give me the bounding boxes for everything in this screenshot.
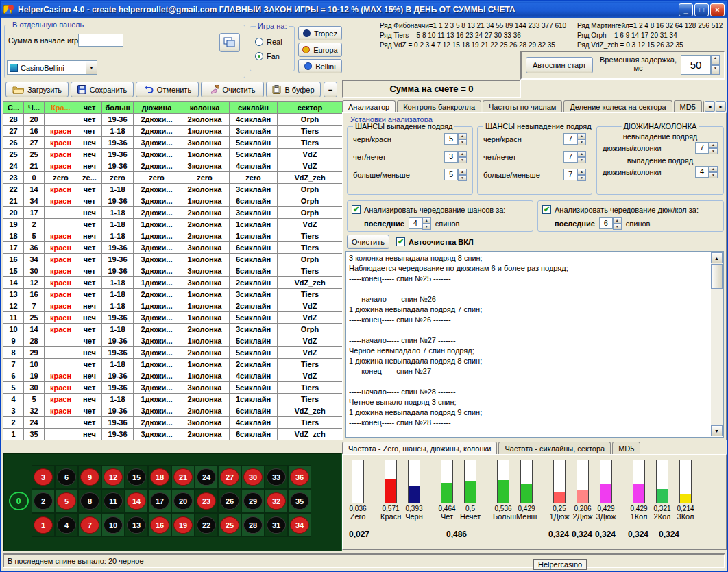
- board-number-4[interactable]: 4: [55, 513, 78, 537]
- table-row[interactable]: 1736краснчет19-363дюжи...3колонка6сиклай…: [3, 242, 343, 254]
- autoclean-checkbox[interactable]: ✔ Автоочистка ВКЛ: [396, 237, 474, 246]
- board-number-23[interactable]: 23: [195, 489, 218, 513]
- tab-more[interactable]: Ко: [703, 100, 704, 113]
- stepper-value[interactable]: 4: [409, 217, 422, 229]
- spin-down-icon[interactable]: ▼: [458, 139, 467, 145]
- stepper-value[interactable]: 5: [444, 133, 458, 145]
- casino-combo[interactable]: CasinoBellini ▼: [7, 60, 97, 75]
- tab-number-frequencies[interactable]: Частоты по числам: [483, 100, 562, 113]
- table-row[interactable]: 2716краснчет1-182дюжи...1колонка3сиклайн…: [3, 126, 343, 137]
- radio-real[interactable]: Real: [255, 38, 294, 46]
- board-number-18[interactable]: 18: [148, 465, 171, 489]
- table-row[interactable]: 224чернчет19-362дюжи...3колонка4сиклайнT…: [3, 417, 343, 429]
- board-number-29[interactable]: 29: [241, 489, 265, 513]
- autospin-start-button[interactable]: Автоспин старт: [526, 57, 593, 73]
- spin-up-icon[interactable]: ▲: [709, 142, 718, 148]
- toolbar-load-button[interactable]: Загрузить: [5, 82, 69, 97]
- board-number-0[interactable]: 0: [7, 489, 30, 513]
- spin-down-icon[interactable]: ▼: [458, 157, 467, 163]
- board-number-9[interactable]: 9: [78, 465, 101, 489]
- black-red-miss-stepper[interactable]: 7▲▼: [563, 133, 586, 145]
- delay-spinner[interactable]: ▲▼: [711, 55, 720, 75]
- spin-down-icon[interactable]: ▼: [577, 139, 586, 145]
- table-row[interactable]: 928чернчет19-363дюжи...1колонка5сиклайнV…: [3, 335, 343, 347]
- spin-up-icon[interactable]: ▲: [458, 133, 467, 139]
- close-button[interactable]: ×: [710, 3, 725, 16]
- high-low-streak-stepper[interactable]: 5▲▼: [444, 169, 467, 180]
- tab-freq-sectors[interactable]: Частота - сиклайны, сектора: [498, 442, 611, 455]
- stepper-value[interactable]: 5: [444, 169, 458, 180]
- tab-analyzer[interactable]: Анализатор: [342, 100, 396, 113]
- spin-down-icon[interactable]: ▼: [709, 148, 718, 154]
- detach-panel-button[interactable]: [219, 33, 240, 52]
- spin-down-icon[interactable]: ▼: [711, 65, 720, 75]
- table-row[interactable]: 1125красннеч19-363дюжи...1колонка5сиклай…: [3, 312, 343, 324]
- tab-bankroll-control[interactable]: Контроль банкролла: [397, 100, 481, 113]
- spin-up-icon[interactable]: ▲: [577, 133, 586, 139]
- table-row[interactable]: 2214краснчет1-182дюжи...2колонка3сиклайн…: [3, 184, 343, 195]
- spin-up-icon[interactable]: ▲: [577, 151, 586, 157]
- table-row[interactable]: 2017черннеч1-182дюжи...2колонка3сиклайнO…: [3, 207, 343, 219]
- dozen-alternation-stepper[interactable]: 6▲▼: [599, 217, 622, 229]
- board-number-7[interactable]: 7: [78, 513, 101, 537]
- table-row[interactable]: 530краснчет19-363дюжи...3колонка5сиклайн…: [3, 382, 343, 394]
- board-number-1[interactable]: 1: [32, 513, 55, 537]
- board-number-26[interactable]: 26: [218, 489, 241, 513]
- stepper-value[interactable]: 7: [563, 133, 577, 145]
- spin-down-icon[interactable]: ▼: [422, 224, 431, 230]
- stepper-value[interactable]: 4: [695, 166, 709, 178]
- spin-down-icon[interactable]: ▼: [458, 175, 467, 181]
- table-row[interactable]: 332краснчет19-363дюжи...2колонка6сиклайн…: [3, 405, 343, 417]
- analysis-log[interactable]: 3 колонка невыпадала подряд 8 спин; Набл…: [345, 251, 724, 438]
- board-number-11[interactable]: 11: [101, 489, 125, 513]
- stepper-value[interactable]: 7: [563, 169, 577, 180]
- dozen-streak-stepper[interactable]: 4▲▼: [695, 166, 718, 178]
- even-odd-streak-stepper[interactable]: 3▲▼: [444, 151, 467, 163]
- tab-freq-main[interactable]: Частота - Zero, шансы, дюжины, колонки: [342, 442, 497, 455]
- tab-md5[interactable]: MD5: [674, 100, 702, 113]
- board-number-33[interactable]: 33: [265, 465, 288, 489]
- toolbar-buffer-button[interactable]: В буфер: [266, 82, 321, 97]
- spin-up-icon[interactable]: ▲: [422, 217, 431, 224]
- board-number-6[interactable]: 6: [55, 465, 78, 489]
- casino-button-europa[interactable]: Europa: [298, 43, 342, 57]
- board-number-13[interactable]: 13: [125, 513, 148, 537]
- board-number-10[interactable]: 10: [101, 513, 125, 537]
- log-scrollbar[interactable]: ▲ ▼: [711, 252, 723, 436]
- board-number-15[interactable]: 15: [125, 465, 148, 489]
- table-row[interactable]: 1412краснчет1-181дюжи...3колонка2сиклайн…: [3, 277, 343, 289]
- board-number-24[interactable]: 24: [195, 465, 218, 489]
- board-number-12[interactable]: 12: [101, 465, 125, 489]
- table-row[interactable]: 2525красннеч19-363дюжи...1колонка5сиклай…: [3, 149, 343, 160]
- board-number-3[interactable]: 3: [32, 465, 55, 489]
- table-row[interactable]: 185красннеч1-181дюжи...2колонка1сиклайнT…: [3, 230, 343, 242]
- spin-up-icon[interactable]: ▲: [709, 166, 718, 172]
- table-row[interactable]: 1530краснчет19-363дюжи...3колонка5сиклай…: [3, 265, 343, 277]
- maximize-button[interactable]: □: [694, 3, 709, 16]
- table-row[interactable]: 192чернчет1-181дюжи...2колонка1сиклайнVd…: [3, 219, 343, 230]
- toolbar-undo-button[interactable]: Отменить: [136, 82, 199, 97]
- tabs-scroll-left-icon[interactable]: ◄: [705, 101, 715, 112]
- table-row[interactable]: 829черннеч19-363дюжи...2колонка5сиклайнV…: [3, 347, 343, 359]
- minimize-button[interactable]: _: [679, 3, 693, 16]
- log-clear-button[interactable]: Очистить: [347, 235, 389, 249]
- spin-up-icon[interactable]: ▲: [458, 151, 467, 157]
- high-low-miss-stepper[interactable]: 7▲▼: [563, 169, 586, 180]
- board-number-31[interactable]: 31: [265, 513, 288, 537]
- board-number-16[interactable]: 16: [148, 513, 171, 537]
- start-sum-input[interactable]: [78, 34, 123, 47]
- collapse-button[interactable]: −: [324, 82, 337, 97]
- black-red-streak-stepper[interactable]: 5▲▼: [444, 133, 467, 145]
- table-row[interactable]: 2421красннеч19-362дюжи...3колонка4сиклай…: [3, 160, 343, 172]
- casino-button-tropez[interactable]: Tropez: [298, 26, 342, 40]
- table-row[interactable]: 2627красннеч19-363дюжи...3колонка5сиклай…: [3, 137, 343, 149]
- dozen-miss-stepper[interactable]: 7▲▼: [695, 142, 718, 154]
- board-number-17[interactable]: 17: [148, 489, 171, 513]
- board-number-34[interactable]: 34: [288, 513, 311, 537]
- table-row[interactable]: 127красннеч1-181дюжи...1колонка2сиклайнV…: [3, 300, 343, 312]
- stepper-value[interactable]: 7: [695, 142, 709, 154]
- chance-alternation-stepper[interactable]: 4▲▼: [409, 217, 431, 229]
- stepper-value[interactable]: 7: [563, 151, 577, 163]
- table-row[interactable]: 2134краснчет19-363дюжи...1колонка6сиклай…: [3, 195, 343, 207]
- table-row[interactable]: 230zeroze...zerozerozerozeroVdZ_zch: [3, 172, 343, 184]
